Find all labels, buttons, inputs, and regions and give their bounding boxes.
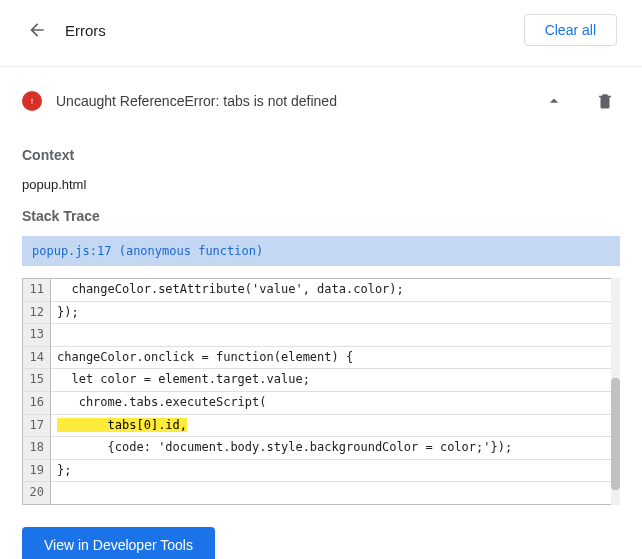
error-icon — [22, 91, 42, 111]
code-text: tabs[0].id, — [51, 414, 620, 437]
code-snippet: 11 changeColor.setAttribute('value', dat… — [22, 278, 620, 505]
line-number: 20 — [23, 482, 51, 505]
clear-all-button[interactable]: Clear all — [524, 14, 617, 46]
code-text: changeColor.onclick = function(element) … — [51, 346, 620, 369]
code-text: changeColor.setAttribute('value', data.c… — [51, 279, 620, 302]
scrollbar-thumb[interactable] — [611, 378, 620, 490]
code-text: chrome.tabs.executeScript( — [51, 391, 620, 414]
scrollbar-track[interactable] — [611, 278, 620, 505]
code-line: 16 chrome.tabs.executeScript( — [23, 391, 620, 414]
back-arrow-icon[interactable] — [25, 18, 49, 42]
line-number: 16 — [23, 391, 51, 414]
code-line: 12}); — [23, 301, 620, 324]
error-item: Uncaught ReferenceError: tabs is not def… — [0, 67, 642, 131]
line-number: 13 — [23, 324, 51, 347]
header-bar: Errors Clear all — [0, 0, 642, 60]
line-number: 17 — [23, 414, 51, 437]
code-line: 20 — [23, 482, 620, 505]
code-line: 13 — [23, 324, 620, 347]
line-number: 15 — [23, 369, 51, 392]
code-line: 17 tabs[0].id, — [23, 414, 620, 437]
error-header-row: Uncaught ReferenceError: tabs is not def… — [22, 67, 620, 131]
line-number: 12 — [23, 301, 51, 324]
code-text: }); — [51, 301, 620, 324]
chevron-up-icon[interactable] — [538, 85, 570, 117]
code-text: let color = element.target.value; — [51, 369, 620, 392]
code-line: 18 {code: 'document.body.style.backgroun… — [23, 437, 620, 460]
code-line: 15 let color = element.target.value; — [23, 369, 620, 392]
line-number: 11 — [23, 279, 51, 302]
error-message: Uncaught ReferenceError: tabs is not def… — [56, 93, 524, 109]
line-number: 14 — [23, 346, 51, 369]
stack-trace-heading: Stack Trace — [22, 208, 620, 224]
line-number: 19 — [23, 459, 51, 482]
view-in-devtools-button[interactable]: View in Developer Tools — [22, 527, 215, 559]
context-file: popup.html — [22, 177, 620, 192]
line-number: 18 — [23, 437, 51, 460]
code-line: 19}; — [23, 459, 620, 482]
code-text — [51, 482, 620, 505]
highlighted-code: tabs[0].id, — [57, 418, 187, 432]
context-heading: Context — [22, 147, 620, 163]
code-text — [51, 324, 620, 347]
code-line: 14changeColor.onclick = function(element… — [23, 346, 620, 369]
code-text: }; — [51, 459, 620, 482]
code-line: 11 changeColor.setAttribute('value', dat… — [23, 279, 620, 302]
stack-frame[interactable]: popup.js:17 (anonymous function) — [22, 236, 620, 266]
page-title: Errors — [65, 22, 524, 39]
code-text: {code: 'document.body.style.backgroundCo… — [51, 437, 620, 460]
trash-icon[interactable] — [590, 86, 620, 116]
